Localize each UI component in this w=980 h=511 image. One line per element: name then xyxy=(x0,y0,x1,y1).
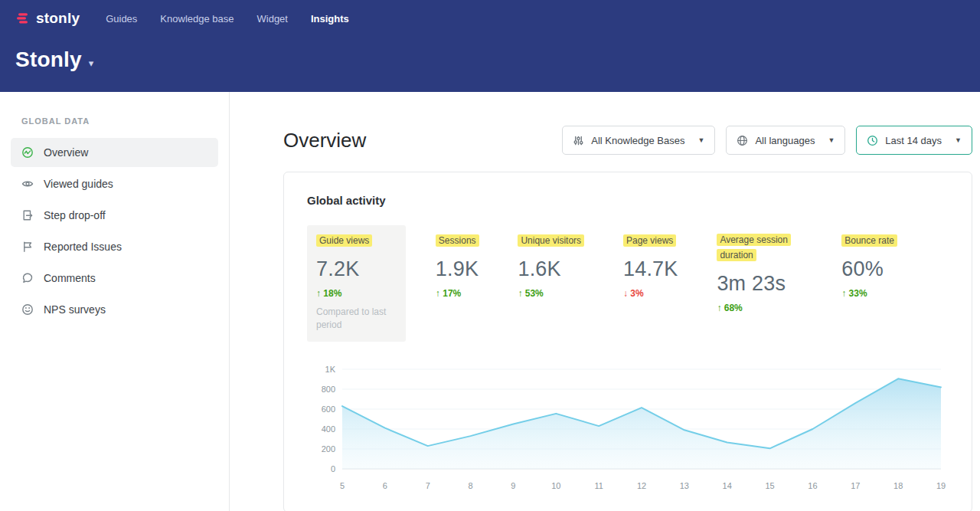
svg-text:800: 800 xyxy=(322,385,335,394)
metric-label: Page views xyxy=(623,234,676,247)
metric-label: Sessions xyxy=(436,234,479,247)
nav-insights[interactable]: Insights xyxy=(311,13,349,25)
flag-icon xyxy=(21,241,34,253)
metric-delta: ↑ 68% xyxy=(717,303,802,313)
svg-text:16: 16 xyxy=(808,481,817,490)
area-chart: 02004006008001K5678910111213141516171819 xyxy=(307,359,950,495)
metric-value: 3m 23s xyxy=(717,272,802,296)
smiley-icon xyxy=(21,303,34,316)
svg-text:1K: 1K xyxy=(325,365,336,374)
metric-value: 7.2K xyxy=(316,257,397,281)
date-range-filter[interactable]: Last 14 days ▼ xyxy=(856,126,972,155)
svg-text:18: 18 xyxy=(893,481,903,490)
svg-text:8: 8 xyxy=(469,481,473,490)
top-nav: Guides Knowledge base Widget Insights xyxy=(106,13,349,25)
language-filter[interactable]: All languages ▼ xyxy=(726,126,845,155)
sidebar-item-reported-issues[interactable]: Reported Issues xyxy=(11,232,218,261)
sliders-icon xyxy=(573,135,584,146)
svg-text:5: 5 xyxy=(340,481,345,490)
metric-delta: ↑ 33% xyxy=(841,288,897,299)
stonly-logo-icon xyxy=(15,11,31,26)
svg-text:600: 600 xyxy=(322,405,335,414)
chevron-down-icon[interactable]: ▾ xyxy=(89,57,94,69)
metric-unique-visitors[interactable]: Unique visitors 1.6K ↑ 53% xyxy=(508,225,593,310)
main-content: Overview All Knowledge Bases ▼ All langu… xyxy=(230,92,980,511)
metric-delta: ↑ 18% xyxy=(316,288,397,299)
sidebar-item-label: Viewed guides xyxy=(44,178,113,190)
knowledge-bases-filter[interactable]: All Knowledge Bases ▼ xyxy=(562,126,715,155)
eye-icon xyxy=(21,178,34,190)
nav-knowledge-base[interactable]: Knowledge base xyxy=(160,13,234,25)
metric-value: 1.6K xyxy=(518,257,584,281)
sidebar-item-label: Step drop-off xyxy=(44,209,106,221)
metric-sessions[interactable]: Sessions 1.9K ↑ 17% xyxy=(426,225,488,310)
metric-label: Unique visitors xyxy=(518,234,584,247)
svg-text:10: 10 xyxy=(551,481,560,490)
svg-text:400: 400 xyxy=(322,424,335,434)
global-activity-card: Global activity Guide views 7.2K ↑ 18% C… xyxy=(283,172,972,511)
sidebar-item-overview[interactable]: Overview xyxy=(11,138,218,167)
step-dropoff-icon xyxy=(21,209,34,221)
svg-text:9: 9 xyxy=(511,481,515,490)
sidebar-item-label: NPS surveys xyxy=(44,303,106,316)
svg-text:13: 13 xyxy=(680,481,689,490)
overview-icon xyxy=(21,146,34,159)
metric-delta: ↓ 3% xyxy=(623,288,678,299)
date-range-filter-value: Last 14 days xyxy=(885,135,942,146)
sidebar-section-label: GLOBAL DATA xyxy=(11,116,218,126)
metric-value: 14.7K xyxy=(623,257,678,281)
metric-guide-views[interactable]: Guide views 7.2K ↑ 18% Compared to last … xyxy=(307,225,406,342)
activity-chart: 02004006008001K5678910111213141516171819 xyxy=(307,359,949,498)
globe-icon xyxy=(737,135,748,146)
sidebar-item-step-drop-off[interactable]: Step drop-off xyxy=(11,201,218,230)
svg-text:7: 7 xyxy=(426,481,430,490)
comment-icon xyxy=(21,272,34,284)
metric-value: 60% xyxy=(841,257,897,281)
metric-label: Guide views xyxy=(316,234,372,247)
sidebar-item-label: Overview xyxy=(44,146,88,159)
stonly-logo[interactable]: stonly xyxy=(15,10,80,27)
metric-label: Bounce rate xyxy=(841,234,897,247)
svg-text:200: 200 xyxy=(322,444,335,454)
svg-text:14: 14 xyxy=(723,481,732,490)
sidebar-item-label: Comments xyxy=(44,272,96,284)
chevron-down-icon: ▼ xyxy=(828,136,835,144)
svg-text:17: 17 xyxy=(851,481,860,490)
workspace-title[interactable]: Stonly xyxy=(15,47,82,72)
metric-bounce-rate[interactable]: Bounce rate 60% ↑ 33% xyxy=(832,225,906,310)
svg-text:11: 11 xyxy=(594,481,603,490)
metric-note: Compared to last period xyxy=(316,306,397,332)
svg-text:19: 19 xyxy=(936,481,946,490)
metric-delta: ↑ 53% xyxy=(518,288,584,299)
top-header: stonly Guides Knowledge base Widget Insi… xyxy=(0,0,980,92)
sidebar-item-nps-surveys[interactable]: NPS surveys xyxy=(11,295,218,324)
language-filter-value: All languages xyxy=(755,135,815,146)
filters-bar: All Knowledge Bases ▼ All languages ▼ La… xyxy=(562,126,972,155)
page-title: Overview xyxy=(283,129,366,152)
svg-text:12: 12 xyxy=(637,481,646,490)
metric-delta: ↑ 17% xyxy=(436,288,479,299)
clock-icon xyxy=(867,135,878,146)
logo-text: stonly xyxy=(36,10,80,27)
svg-text:6: 6 xyxy=(383,481,387,490)
card-title: Global activity xyxy=(307,194,949,207)
knowledge-bases-filter-value: All Knowledge Bases xyxy=(591,135,684,146)
sidebar: GLOBAL DATA Overview Viewed guides xyxy=(0,92,230,511)
svg-text:15: 15 xyxy=(765,481,774,490)
metric-page-views[interactable]: Page views 14.7K ↓ 3% xyxy=(614,225,688,310)
chevron-down-icon: ▼ xyxy=(955,136,962,144)
nav-widget[interactable]: Widget xyxy=(257,13,288,25)
metric-value: 1.9K xyxy=(436,257,479,281)
metrics-row: Guide views 7.2K ↑ 18% Compared to last … xyxy=(307,225,906,342)
nav-guides[interactable]: Guides xyxy=(106,13,137,25)
sidebar-item-label: Reported Issues xyxy=(44,241,122,253)
svg-text:0: 0 xyxy=(331,464,335,473)
chevron-down-icon: ▼ xyxy=(697,136,704,144)
sidebar-item-comments[interactable]: Comments xyxy=(11,264,218,293)
sidebar-item-viewed-guides[interactable]: Viewed guides xyxy=(11,169,218,198)
metric-average-session-duration[interactable]: Average session duration 3m 23s ↑ 68% xyxy=(707,225,812,324)
metric-label: Average session duration xyxy=(717,234,791,261)
